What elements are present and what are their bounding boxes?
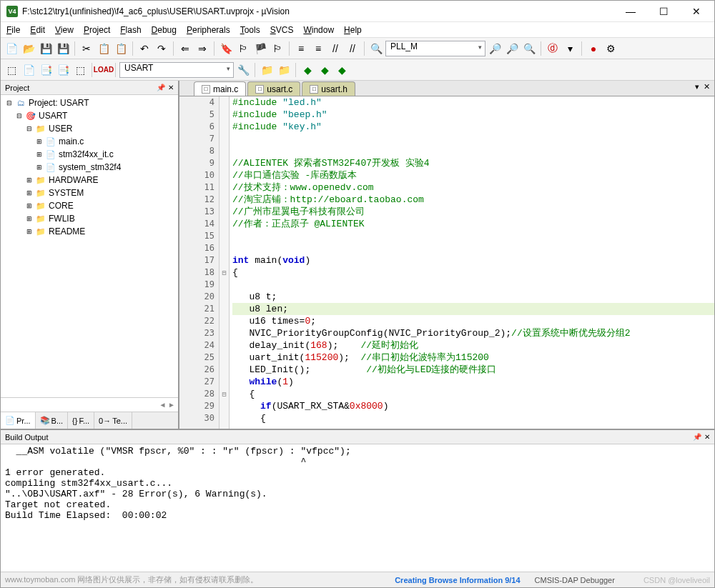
project-tree[interactable]: ⊟🗂Project: USART⊟🎯USART⊟📁USER⊞📄main.c⊞📄s… [1,95,178,397]
find-combo[interactable]: PLL_M [385,41,485,56]
tree-item[interactable]: ⊞📁CORE [2,199,177,212]
toolbar-build: ⬚ 📄 📑 📑 ⬚ LOAD USART 🔧 📁 📁 ◆ ◆ ◆ [1,59,714,81]
target-options-icon[interactable]: 🔧 [235,62,251,78]
pin-icon[interactable]: 📌 [157,84,165,91]
download-icon[interactable]: LOAD [96,62,112,78]
nav-back-icon[interactable]: ⇐ [177,41,193,56]
bookmark-next-icon[interactable]: 🏴 [252,41,268,56]
tree-item[interactable]: ⊞📁FWLIB [2,212,177,225]
editor-menu-icon[interactable]: ▾ [695,82,699,91]
statusbar: www.toymoban.com 网络图片仅供展示，非存储，如有侵权请联系删除。… [1,572,714,587]
status-debugger: CMSIS-DAP Debugger [535,576,615,584]
tab-functions[interactable]: {} F... [68,412,94,429]
tree-item[interactable]: ⊟🎯USART [2,109,177,122]
manage-books-icon[interactable]: 📁 [276,62,292,78]
indent-icon[interactable]: ≡ [293,41,309,56]
tree-item[interactable]: ⊞📁SYSTEM [2,186,177,199]
target-combo[interactable]: USART [119,62,234,78]
app-icon: V4 [6,6,18,17]
bookmark-icon[interactable]: 🔖 [218,41,234,56]
incremental-find-icon[interactable]: 🔍 [521,41,537,56]
menu-view[interactable]: View [55,25,74,35]
breakpoint-icon[interactable]: ▾ [562,41,578,56]
editor-tabs: □main.c□usart.c□usart.h ▾ ✕ [179,81,714,96]
tree-item[interactable]: ⊞📄main.c [2,135,177,148]
rte-icon[interactable]: ◆ [317,62,332,78]
tree-item[interactable]: ⊞📁README [2,225,177,238]
find-next-icon[interactable]: 🔎 [487,41,503,56]
build-output-text[interactable]: __ASM volatile ("VMSR fpscr, %0" : : "r"… [1,444,714,572]
copy-icon[interactable]: 📋 [96,41,112,56]
close-button[interactable]: ✕ [680,1,713,22]
line-gutter: 4567891011121314151617181920212223242526… [179,96,220,429]
save-icon[interactable]: 💾 [38,41,54,56]
pin-icon[interactable]: 📌 [693,433,701,441]
find-icon[interactable]: 🔍 [368,41,384,56]
menu-file[interactable]: File [6,25,20,35]
manage-icon[interactable]: 📁 [259,62,275,78]
menu-tools[interactable]: Tools [240,25,260,35]
main-window: V4 F:\stc12\try1(unfinished)\f4_ac6_cplu… [0,0,715,588]
window-title: F:\stc12\try1(unfinished)\f4_ac6_cplus\U… [22,6,614,16]
status-progress: Creating Browse Information 9/14 [395,576,520,584]
build-output-panel: Build Output 📌 ✕ __ASM volatile ("VMSR f… [1,429,714,572]
project-panel: Project 📌 ✕ ⊟🗂Project: USART⊟🎯USART⊟📁USE… [1,81,179,429]
pack-icon[interactable]: ◆ [300,62,315,78]
menu-peripherals[interactable]: Peripherals [187,25,230,35]
save-all-icon[interactable]: 💾 [55,41,71,56]
tree-item[interactable]: ⊞📄stm32f4xx_it.c [2,148,177,161]
uncomment-icon[interactable]: // [345,41,360,56]
fold-column[interactable]: ⊟⊟ [220,96,230,429]
new-file-icon[interactable]: 📄 [4,41,19,56]
redo-icon[interactable]: ↷ [154,41,169,56]
rebuild-icon[interactable]: 📑 [38,62,54,78]
menu-debug[interactable]: Debug [152,25,177,35]
batch-build-icon[interactable]: 📑 [55,62,71,78]
menu-edit[interactable]: Edit [30,25,45,35]
tree-item[interactable]: ⊟📁USER [2,122,177,135]
bookmark-prev-icon[interactable]: 🏳 [235,41,251,56]
build-icon[interactable]: 📄 [21,62,36,78]
bookmark-clear-icon[interactable]: 🏳 [270,41,285,56]
editor-tab[interactable]: □main.c [194,81,246,96]
stop-build-icon[interactable]: ⬚ [72,62,88,78]
watermark: CSDN @loveliveoil [644,576,710,584]
tab-project[interactable]: 📄 Pr... [1,412,36,429]
menu-project[interactable]: Project [84,25,110,35]
status-left: www.toymoban.com 网络图片仅供展示，非存储，如有侵权请联系删除。 [5,574,380,585]
debug-icon[interactable]: ⓓ [545,41,561,56]
menu-flash[interactable]: Flash [120,25,141,35]
main-area: Project 📌 ✕ ⊟🗂Project: USART⊟🎯USART⊟📁USE… [1,81,714,429]
open-icon[interactable]: 📂 [21,41,36,56]
tab-templates[interactable]: 0→ Te... [94,412,132,429]
editor-tab[interactable]: □usart.c [247,81,300,96]
minimize-button[interactable]: ― [614,1,647,22]
panel-close-icon[interactable]: ✕ [704,433,710,441]
project-panel-header: Project 📌 ✕ [1,81,178,95]
editor-body[interactable]: 4567891011121314151617181920212223242526… [179,96,714,429]
undo-icon[interactable]: ↶ [137,41,152,56]
tree-item[interactable]: ⊟🗂Project: USART [2,96,177,109]
tab-books[interactable]: 📚 B... [36,412,69,429]
panel-close-icon[interactable]: ✕ [168,84,174,91]
tree-item[interactable]: ⊞📁HARDWARE [2,174,177,186]
outdent-icon[interactable]: ≡ [310,41,326,56]
tree-item[interactable]: ⊞📄system_stm32f4 [2,161,177,174]
translate-icon[interactable]: ⬚ [4,62,19,78]
menu-help[interactable]: Help [344,25,362,35]
paste-icon[interactable]: 📋 [113,41,129,56]
cut-icon[interactable]: ✂ [79,41,94,56]
editor-close-icon[interactable]: ✕ [704,82,710,91]
rte2-icon[interactable]: ◆ [334,62,350,78]
menu-svcs[interactable]: SVCS [270,25,294,35]
menu-window[interactable]: Window [303,25,334,35]
record-icon[interactable]: ● [586,41,601,56]
editor-tab[interactable]: □usart.h [302,81,355,96]
settings-icon[interactable]: ⚙ [603,41,618,56]
toolbar-main: 📄 📂 💾 💾 ✂ 📋 📋 ↶ ↷ ⇐ ⇒ 🔖 🏳 🏴 🏳 ≡ ≡ // // … [1,38,714,59]
find-prev-icon[interactable]: 🔎 [504,41,520,56]
nav-fwd-icon[interactable]: ⇒ [194,41,210,56]
code-area[interactable]: #include "led.h"#include "beep.h"#includ… [230,96,714,429]
comment-icon[interactable]: // [327,41,343,56]
maximize-button[interactable]: ☐ [647,1,680,22]
